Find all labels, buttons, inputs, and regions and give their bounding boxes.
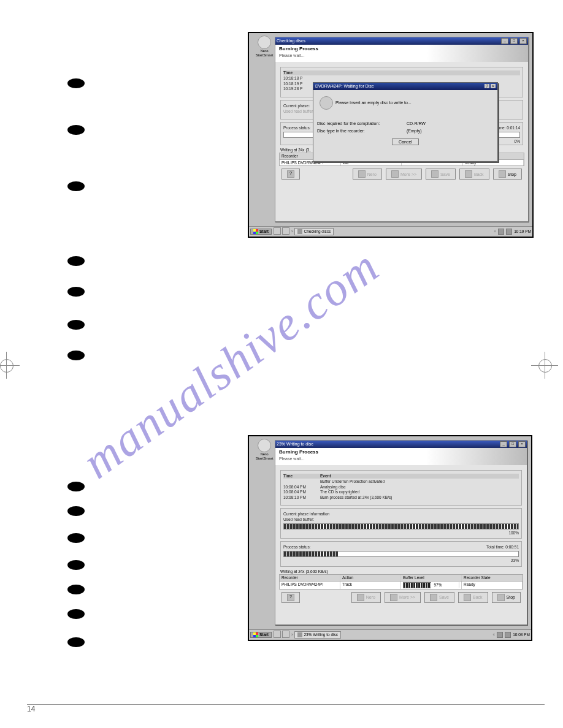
icon-label: NeroStartSmart <box>251 49 277 58</box>
window-body: TimeEvent Buffer Underrun Protection act… <box>275 465 527 608</box>
taskbar: Start » Checking discs « 10:19 PM <box>249 226 532 237</box>
bullet <box>67 181 85 191</box>
disc-type-value: (Empty) <box>407 129 422 134</box>
help-icon: ? <box>287 170 294 178</box>
ql-icon[interactable] <box>274 631 281 638</box>
dialog-help-icon[interactable]: ? <box>484 84 489 88</box>
tray-icon[interactable] <box>506 229 512 235</box>
screenshot-writing-disc: NeroStartSmart 23% Writing to disc _ □ ×… <box>248 435 532 641</box>
dialog-titlebar[interactable]: DVDRW424P: Waiting for Disc ?× <box>313 83 497 90</box>
bullet <box>67 320 85 330</box>
crop-mark-left <box>0 359 25 384</box>
writing-label: Writing at 24x (3,600 KB/s) <box>280 569 328 574</box>
window-writing-disc: 23% Writing to disc _ □ × Burning Proces… <box>275 440 527 625</box>
dialog-title: DVDRW424P: Waiting for Disc <box>315 84 373 89</box>
recorder-row: PHILIPS DVDRW424P!Track 97% Ready <box>279 582 523 590</box>
help-button[interactable]: ? <box>282 592 300 603</box>
start-button[interactable]: Start <box>250 632 272 638</box>
nero-button: Nero <box>353 169 382 180</box>
desktop-icon-nero[interactable]: NeroStartSmart <box>251 439 277 461</box>
dialog-body: Please insert an empty disc to write to.… <box>313 90 497 149</box>
total-time-value: 0:00:51 <box>505 545 519 549</box>
system-tray: « 10:08 PM <box>493 632 530 638</box>
maximize-button[interactable]: □ <box>509 441 516 447</box>
minimize-button[interactable]: _ <box>501 38 508 44</box>
windows-flag-icon <box>253 632 258 637</box>
clock: 10:08 PM <box>513 632 530 637</box>
process-status-label: Process status: <box>283 545 310 550</box>
tray-icon[interactable] <box>498 229 504 235</box>
taskbar-task[interactable]: 23% Writing to disc <box>294 631 341 639</box>
stop-button[interactable]: Stop <box>492 592 521 603</box>
read-buffer-bar <box>283 523 519 529</box>
read-buffer-label: Used read buffer: <box>283 517 314 522</box>
nero-button: Nero <box>351 592 381 603</box>
desktop-icon-nero[interactable]: NeroStartSmart <box>251 36 277 58</box>
dialog-controls: ?× <box>483 84 496 89</box>
bullet-list-2 <box>67 482 85 662</box>
tray-icon[interactable] <box>505 632 511 638</box>
help-icon: ? <box>287 594 294 601</box>
more-icon <box>390 594 397 601</box>
recorder-table: RecorderActionBuffer LevelRecorder State… <box>279 574 523 590</box>
start-button[interactable]: Start <box>250 229 272 235</box>
dialog-waiting-disc: DVDRW424P: Waiting for Disc ?× Please in… <box>313 82 498 162</box>
ql-icon[interactable] <box>274 227 281 235</box>
read-buffer-label: Used read buffer: <box>283 109 314 114</box>
nero-icon <box>258 36 271 49</box>
system-tray: « 10:19 PM <box>494 229 531 235</box>
stop-icon <box>499 170 506 178</box>
disc-icon <box>320 96 333 110</box>
crop-mark-right <box>538 359 563 384</box>
disc-required-label: Disc required for the compilation: <box>317 121 403 126</box>
more-button: More >> <box>386 169 422 180</box>
close-button[interactable]: × <box>518 441 526 447</box>
header-title: Burning Process <box>275 45 528 53</box>
bullet <box>67 125 85 135</box>
tray-icon[interactable] <box>497 632 503 638</box>
bullet <box>67 506 85 516</box>
cancel-button[interactable]: Cancel <box>392 138 419 145</box>
dialog-close-icon[interactable]: × <box>491 84 496 88</box>
task-icon <box>297 632 302 637</box>
window-title: Checking discs <box>277 39 305 44</box>
window-controls: _ □ × <box>500 38 527 44</box>
save-icon <box>430 594 437 601</box>
event-row: 10:18:18 P <box>283 76 520 81</box>
titlebar[interactable]: 23% Writing to disc _ □ × <box>275 441 527 448</box>
ql-icon[interactable] <box>282 631 289 638</box>
window-title: 23% Writing to disc <box>277 442 313 447</box>
nero-icon <box>358 170 366 178</box>
bullet <box>67 533 85 543</box>
current-phase-label: Current phase: <box>283 104 310 108</box>
maximize-button[interactable]: □ <box>510 38 518 44</box>
quicklaunch <box>273 227 290 236</box>
back-button: Back <box>458 592 488 603</box>
process-pct: 0% <box>515 139 520 144</box>
help-button[interactable]: ? <box>282 169 300 180</box>
bullet <box>67 609 85 619</box>
process-status-label: Process status: <box>283 126 310 131</box>
header-title: Burning Process <box>275 448 527 457</box>
minimize-button[interactable]: _ <box>500 441 507 447</box>
back-icon <box>464 594 471 601</box>
disc-required-value: CD-R/RW <box>407 121 426 126</box>
taskbar-task[interactable]: Checking discs <box>294 228 334 235</box>
nero-icon <box>357 594 364 601</box>
stop-button[interactable]: Stop <box>493 169 522 180</box>
progress-bar <box>283 551 519 557</box>
ql-icon[interactable] <box>282 227 289 235</box>
header-subtitle: Please wait... <box>275 53 528 58</box>
close-button[interactable]: × <box>519 38 527 44</box>
more-icon <box>391 170 399 178</box>
bullet <box>67 351 85 360</box>
clock: 10:19 PM <box>514 229 531 234</box>
footer-rule <box>27 704 545 705</box>
save-button: Save <box>426 169 456 180</box>
writing-label: Writing at 24x (3, <box>280 148 310 152</box>
bullet <box>67 560 85 570</box>
titlebar[interactable]: Checking discs _ □ × <box>275 37 528 45</box>
event-row: Buffer Underrun Protection activated <box>283 479 519 484</box>
more-button: More >> <box>385 592 421 603</box>
back-button: Back <box>459 169 489 180</box>
